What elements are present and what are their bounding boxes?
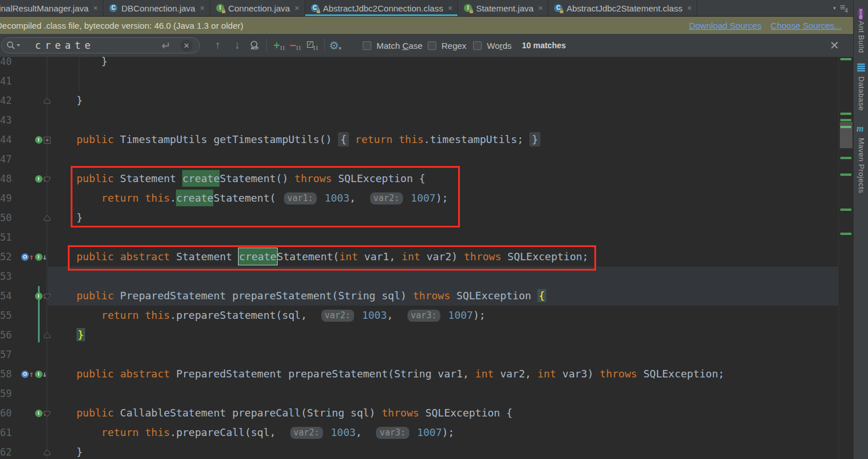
fold-marker-icon[interactable] [43,331,52,339]
search-field[interactable]: ↵ ✕ [1,37,200,53]
line-number: 52 [0,247,11,267]
checkbox-icon[interactable] [363,41,371,50]
option-label: Match Case [377,41,423,51]
line-number: 58 [0,364,11,384]
overrides-marker-icon[interactable]: O↑ [21,253,33,261]
match-stripe-mark[interactable] [840,119,851,121]
previous-occurrence-button[interactable]: ↑ [210,34,225,57]
database-icon[interactable] [857,63,866,75]
download-sources-link[interactable]: Download Sources [689,21,762,30]
find-all-icon: ALL [249,40,260,51]
implemented-marker-icon[interactable]: I↓ [35,371,47,378]
maven-icon[interactable]: m [857,124,863,134]
scrollbar-error-stripe[interactable] [838,57,853,459]
match-stripe-mark[interactable] [840,157,851,159]
code-line: 60I↑public CallableStatement prepareCall… [0,403,838,423]
tab-label: FinalResultManager.java [0,3,89,13]
tab-abstractjdbc2statement-class[interactable]: CAbstractJdbc2Statement.class× [548,0,697,16]
code-text: } [76,57,107,71]
tab-finalresultmanager-java[interactable]: FinalResultManager.java× [0,0,103,16]
code-line: 52O↑I↓public abstract Statement createSt… [0,247,838,267]
lock-icon [470,10,473,13]
decompiled-notification-banner: Decompiled .class file, bytecode version… [0,17,853,34]
tool-window-button-ant-build[interactable]: Ant Build [857,21,866,53]
close-tab-icon[interactable]: × [687,3,692,13]
fold-marker-icon[interactable] [43,136,52,144]
parameter-hint: var3: [408,310,440,322]
code-text: } [76,91,83,110]
find-all-button[interactable]: ALL [247,34,262,57]
checkmark-icon: ✓ [307,41,313,48]
tool-window-button-maven-projects[interactable]: Maven Projects [857,138,866,194]
scrollbar-thumb[interactable] [840,122,852,148]
toolbar-separator [324,39,325,52]
match-stripe-mark[interactable] [840,173,851,176]
search-input[interactable] [35,38,162,52]
search-icon[interactable] [6,41,21,50]
tab-label: Statement.java [476,3,533,13]
choose-sources-link[interactable]: Choose Sources... [771,21,842,30]
gutter-icons: O↑I↓ [16,247,47,267]
hidden-tabs-icon[interactable]: ≡4 [840,2,847,14]
implemented-marker-icon[interactable]: I↓ [35,253,47,261]
words-option[interactable]: Words [473,34,512,57]
code-editor[interactable]: 40 }4142}4344I↑public TimestampUtils get… [0,57,838,459]
overrides-marker-icon[interactable]: O↑ [21,371,33,378]
add-selection-button[interactable]: +II [271,34,288,57]
tab-dbconnection-java[interactable]: CDBConnection.java× [103,0,210,16]
enter-icon: ↵ [162,39,171,52]
parameter-hint: var3: [376,427,409,439]
tabs-dropdown-icon[interactable]: ▾ [834,5,836,11]
tab-label: AbstractJdbc2Statement.class [566,3,682,13]
match-stripe-mark[interactable] [840,58,851,60]
close-tab-icon[interactable]: × [294,3,299,13]
class-file-icon: C [109,3,118,13]
tab-abstractjdbc2connection-class[interactable]: CAbstractJdbc2Connection.class× [305,0,458,16]
code-line: 57 [0,345,838,364]
tab-connection-java[interactable]: IConnection.java× [210,0,305,16]
minus-icon: − [289,39,296,52]
fold-marker-icon[interactable] [43,97,52,105]
code-line: 47 [0,149,838,169]
fold-marker-icon[interactable] [43,175,52,183]
search-settings-button[interactable]: ⚙▼ [328,34,345,57]
fold-marker-icon[interactable] [43,214,52,222]
regex-option[interactable]: Regex [428,34,466,57]
fold-marker-icon[interactable] [43,409,52,417]
match-case-option[interactable]: Match Case [363,34,423,57]
next-occurrence-button[interactable]: ↓ [230,34,245,57]
tab-label: DBConnection.java [121,3,195,13]
code-line: 59 [0,384,838,403]
fold-marker-icon[interactable] [43,448,52,456]
caret-down-icon: ▼ [338,46,343,51]
parameter-hint: var1: [284,192,317,205]
code-line: 50} [0,208,838,227]
fold-marker-icon[interactable] [43,292,52,300]
code-line: 53 [0,267,838,286]
match-stripe-mark[interactable] [840,233,851,235]
checkbox-icon[interactable] [428,41,436,50]
svg-text:ALL: ALL [251,47,258,50]
match-stripe-mark[interactable] [840,209,851,211]
tab-statement-java[interactable]: IStatement.java× [458,0,548,16]
checkbox-icon[interactable] [473,41,482,50]
close-tab-icon[interactable]: × [200,3,205,13]
code-text: public PreparedStatement prepareStatemen… [76,286,546,306]
parameter-hint: var2: [370,192,403,205]
line-number: 44 [0,130,11,149]
close-search-icon[interactable]: ✕ [829,34,839,57]
tool-window-button-database[interactable]: Database [857,76,866,111]
close-tab-icon[interactable]: × [93,3,98,13]
line-number: 61 [0,423,11,442]
line-number: 47 [0,149,11,169]
select-all-occurrences-button[interactable]: ✓II [304,34,322,57]
match-stripe-mark[interactable] [840,113,851,115]
toolbar-separator [266,39,267,52]
close-tab-icon[interactable]: × [538,3,543,13]
clear-search-icon[interactable]: ✕ [180,40,193,52]
line-number: 50 [0,208,11,227]
line-number: 54 [0,286,11,306]
remove-selection-button[interactable]: −II [287,34,304,57]
close-tab-icon[interactable]: × [448,3,452,13]
code-text: public abstract Statement createStatemen… [76,247,589,267]
